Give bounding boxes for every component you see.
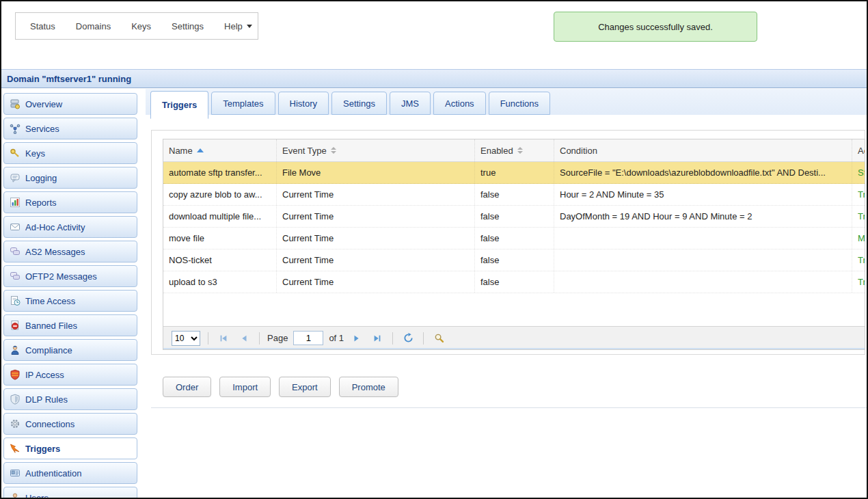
sidebar-item-label: Time Access [25,296,75,306]
cell-condition [554,228,852,249]
menu-item-label: Keys [131,21,151,31]
table-header: Name Event Type Enabled Condition Action… [163,139,865,162]
pager-separator [259,332,260,345]
cell-condition: Hour = 2 AND Minute = 35 [554,184,852,205]
cell-enabled: false [474,206,554,227]
sidebar-item-ad-hoc-activity[interactable]: Ad-Hoc Activity [3,216,137,238]
menu-item-status[interactable]: Status [20,21,66,31]
triggers-grid: Name Event Type Enabled Condition Action… [163,139,865,350]
tab-label: Triggers [162,100,197,110]
sidebar-item-time-access[interactable]: Time Access [3,290,137,312]
sidebar-item-logging[interactable]: Logging [3,167,137,189]
last-page-button[interactable] [370,331,385,346]
menu-item-help[interactable]: Help [214,21,262,31]
table-row[interactable]: automate sftp transfer... File Move true… [163,162,865,184]
menu-item-domains[interactable]: Domains [66,21,121,31]
sidebar-item-triggers[interactable]: Triggers [3,437,137,459]
sidebar-item-connections[interactable]: Connections [3,413,137,435]
import-button[interactable]: Import [219,377,271,397]
sidebar-item-banned-files[interactable]: Banned Files [3,314,137,336]
domain-bar: Domain "mftserver1" running [1,69,867,88]
top-menu: Status Domains Keys Settings Help [15,12,258,40]
column-header-name[interactable]: Name [163,139,276,161]
cell-event-type: File Move [276,162,474,183]
refresh-button[interactable] [401,331,416,346]
table-row[interactable]: download multiple file... Current Time f… [163,206,865,228]
tab-functions[interactable]: Functions [489,92,550,115]
sidebar-item-label: Banned Files [25,321,77,331]
sidebar-item-overview[interactable]: Overview [3,93,137,115]
banned-file-icon [10,320,21,331]
next-page-button[interactable] [349,331,364,346]
cell-enabled: false [474,271,554,293]
sidebar-item-label: Compliance [25,345,72,355]
promote-button[interactable]: Promote [339,377,398,397]
sidebar-item-label: Authentication [25,468,81,478]
column-header-condition[interactable]: Condition [554,139,852,161]
cell-event-type: Current Time [276,250,474,271]
tab-settings[interactable]: Settings [331,92,387,115]
table-row[interactable]: upload to s3 Current Time false Trad [163,271,865,293]
tab-jms[interactable]: JMS [390,92,431,115]
services-icon [10,123,21,134]
sidebar-item-label: Logging [25,173,57,183]
tab-label: Settings [343,98,375,109]
prev-page-button[interactable] [236,331,252,346]
cell-enabled: false [474,228,554,249]
tab-label: History [290,98,317,109]
sidebar: Overview Services Keys Logging Reports A… [3,93,137,499]
sidebar-item-label: Connections [25,419,74,429]
cell-condition [554,271,852,293]
clock-document-icon [10,295,21,306]
cell-actions: Sftp [852,162,865,183]
menu-item-label: Domains [76,21,111,31]
tab-label: Functions [500,98,539,109]
success-alert: Changes successfully saved. [554,12,757,42]
cell-event-type: Current Time [276,184,474,205]
page-label: Page [267,333,288,343]
sidebar-item-authentication[interactable]: Authentication [3,462,137,484]
pager-separator [208,332,208,345]
sidebar-item-users[interactable]: Users [3,487,137,499]
grid-action-buttons: OrderImportExportPromote [163,377,398,397]
tab-history[interactable]: History [278,92,329,115]
sidebar-item-label: OFTP2 Messages [25,271,97,282]
sidebar-item-compliance[interactable]: Compliance [3,339,137,361]
tab-label: Actions [445,98,474,109]
tab-templates[interactable]: Templates [211,92,275,115]
page-size-select[interactable]: 10 [172,331,200,346]
cell-actions: Mov [852,228,865,249]
search-button[interactable] [431,331,446,346]
sidebar-item-oftp2-messages[interactable]: OFTP2 Messages [3,265,137,287]
tab-triggers[interactable]: Triggers [150,91,208,119]
sidebar-item-reports[interactable]: Reports [3,191,137,213]
column-header-event-type[interactable]: Event Type [276,139,474,161]
sidebar-item-as2-messages[interactable]: AS2 Messages [3,241,137,262]
caret-down-icon [247,25,252,28]
menu-item-keys[interactable]: Keys [121,21,161,31]
sidebar-item-dlp-rules[interactable]: DLP Rules [3,388,137,410]
sidebar-item-label: Keys [25,148,45,159]
shield-grey-icon [10,394,21,405]
cell-name: NOS-ticket [163,250,276,271]
order-button[interactable]: Order [163,377,211,397]
menu-item-settings[interactable]: Settings [161,21,214,31]
menu-item-label: Status [30,21,55,31]
first-page-button[interactable] [216,331,231,346]
sidebar-item-keys[interactable]: Keys [3,142,137,164]
table-row[interactable]: move file Current Time false Mov [163,228,865,250]
table-row[interactable]: copy azure blob to aw... Current Time fa… [163,184,865,206]
export-button[interactable]: Export [279,377,331,397]
table-body: automate sftp transfer... File Move true… [163,162,865,293]
server-icon [10,98,21,109]
sidebar-item-services[interactable]: Services [3,118,137,139]
tab-actions[interactable]: Actions [433,92,486,115]
messages-icon [10,246,21,257]
cell-enabled: false [474,184,554,205]
column-header-actions[interactable]: Actions [852,139,865,161]
sidebar-item-ip-access[interactable]: IP Access [3,364,137,386]
column-header-enabled[interactable]: Enabled [474,139,554,161]
table-row[interactable]: NOS-ticket Current Time false Trad [163,250,865,271]
page-input[interactable] [293,331,323,345]
sidebar-item-label: Users [25,493,49,499]
